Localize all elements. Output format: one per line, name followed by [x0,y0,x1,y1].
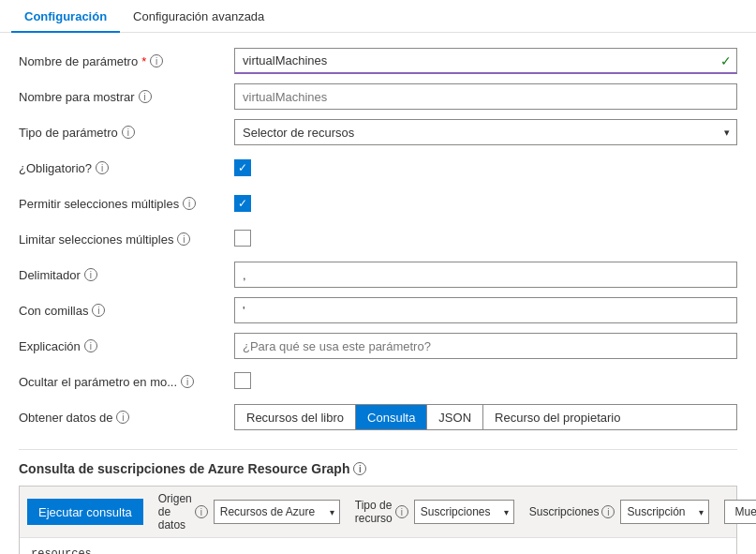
input-delimitador[interactable] [234,262,737,288]
label-obtener-datos: Obtener datos de i [19,411,234,425]
control-obtener-datos: Recursos del libro Consulta JSON Recurso… [234,404,737,430]
select-suscripciones[interactable]: Suscripción [620,500,709,524]
info-icon-suscripciones[interactable]: i [601,505,615,518]
check-icon: ✓ [720,53,732,68]
control-ocultar-parametro [234,372,737,392]
control-obligatorio [234,159,737,176]
select-origen-datos[interactable]: Recursos de Azure [214,500,340,524]
label-permitir-selecciones: Permitir selecciones múltiples i [19,197,234,211]
info-icon-query[interactable]: i [353,462,366,475]
tab-configuracion[interactable]: Configuración [11,0,120,33]
label-nombre-parametro: Nombre de parámetro * i [19,54,234,68]
control-limitar-selecciones [234,230,737,249]
query-panel: Ejecutar consulta Origen de datos i Recu… [19,486,737,554]
query-toolbar: Ejecutar consulta Origen de datos i Recu… [20,487,736,538]
row-permitir-selecciones: Permitir selecciones múltiples i [19,190,737,217]
btn-json[interactable]: JSON [427,405,483,429]
info-icon-comillas[interactable]: i [92,304,105,317]
info-icon-origen[interactable]: i [195,505,208,518]
row-nombre-parametro: Nombre de parámetro * i ✓ [19,48,737,74]
info-icon-limitar[interactable]: i [177,232,190,246]
code-line-1: resources [31,546,725,554]
info-icon-tipo[interactable]: i [122,126,135,139]
row-explicacion: Explicación i [19,333,737,359]
control-explicacion [234,333,737,359]
row-con-comillas: Con comillas i [19,297,737,323]
btn-consulta[interactable]: Consulta [356,405,427,429]
code-resources: resources [31,546,92,554]
label-ocultar-parametro: Ocultar el parámetro en mo... i [19,375,234,389]
label-explicacion: Explicación i [19,339,234,353]
query-section: Consulta de suscripciones de Azure Resou… [0,450,756,554]
info-icon-mostrar[interactable]: i [139,90,152,103]
control-tipo-parametro: Selector de recursos ▾ [234,119,737,145]
row-limitar-selecciones: Limitar selecciones múltiples i [19,226,737,252]
query-title: Consulta de suscripciones de Azure Resou… [19,461,737,476]
input-con-comillas[interactable] [234,297,737,323]
btn-recurso-propietario[interactable]: Recurso del propietario [483,405,631,429]
label-tipo-parametro: Tipo de parámetro i [19,126,234,140]
form-area: Nombre de parámetro * i ✓ Nombre para mo… [0,33,756,449]
control-nombre-parametro: ✓ [234,48,737,74]
row-ocultar-parametro: Ocultar el parámetro en mo... i [19,368,737,395]
run-query-button[interactable]: Ejecutar consulta [27,499,143,525]
checkbox-permitir-selecciones[interactable] [234,195,251,212]
row-obtener-datos: Obtener datos de i Recursos del libro Co… [19,404,737,430]
tab-configuracion-avanzada[interactable]: Configuración avanzada [120,0,277,33]
info-icon-tipo-recurso[interactable]: i [395,505,408,518]
label-con-comillas: Con comillas i [19,304,234,318]
row-tipo-parametro: Tipo de parámetro i Selector de recursos… [19,119,737,145]
label-origen-datos: Origen de datos i [158,492,208,532]
control-permitir-selecciones [234,195,737,212]
control-delimitador [234,262,737,288]
label-obligatorio: ¿Obligatorio? i [19,161,234,175]
required-star: * [141,54,146,68]
label-suscripciones: Suscripciones i [529,505,615,518]
select-tipo-recurso[interactable]: Suscripciones [414,500,514,524]
row-obligatorio: ¿Obligatorio? i [19,155,737,181]
group-tipo-recurso: Tipo de recurso i Suscripciones ▾ [355,499,514,525]
label-tipo-recurso: Tipo de recurso i [355,499,408,525]
group-origen-datos: Origen de datos i Recursos de Azure ▾ [158,492,340,532]
code-editor[interactable]: resources | where type == "microsoft.com… [20,538,736,554]
select-wrapper-tipo: Selector de recursos ▾ [234,119,737,145]
btn-recursos-libro[interactable]: Recursos del libro [235,405,356,429]
checkbox-ocultar-parametro[interactable] [234,372,251,389]
input-explicacion[interactable] [234,333,737,359]
select-wrapper-tipo-recurso: Suscripciones ▾ [414,500,514,524]
checkbox-limitar-selecciones[interactable] [234,230,251,247]
info-icon-permitir[interactable]: i [183,197,196,210]
muestras-button[interactable]: Muestras [724,500,756,524]
select-tipo-parametro[interactable]: Selector de recursos [234,119,737,145]
checkbox-obligatorio[interactable] [234,159,251,176]
info-icon-explicacion[interactable]: i [84,339,97,352]
label-limitar-selecciones: Limitar selecciones múltiples i [19,232,234,247]
tabs-bar: Configuración Configuración avanzada [0,0,756,33]
input-nombre-mostrar[interactable] [234,83,737,110]
label-delimitador: Delimitador i [19,268,234,282]
control-nombre-mostrar [234,83,737,110]
info-icon-delimitador[interactable]: i [84,268,97,281]
control-con-comillas [234,297,737,323]
info-icon-nombre[interactable]: i [150,54,163,67]
select-wrapper-suscripciones: Suscripción ▾ [620,500,709,524]
row-delimitador: Delimitador i [19,262,737,288]
label-nombre-mostrar: Nombre para mostrar i [19,90,234,104]
input-nombre-parametro[interactable] [234,48,737,74]
info-icon-obligatorio[interactable]: i [96,161,109,174]
info-icon-ocultar[interactable]: i [181,375,194,388]
input-wrapper-nombre: ✓ [234,48,737,74]
select-wrapper-origen: Recursos de Azure ▾ [214,500,340,524]
info-icon-obtener[interactable]: i [116,411,129,424]
row-nombre-mostrar: Nombre para mostrar i [19,83,737,110]
data-source-group: Recursos del libro Consulta JSON Recurso… [234,404,737,430]
group-suscripciones: Suscripciones i Suscripción ▾ [529,500,710,524]
